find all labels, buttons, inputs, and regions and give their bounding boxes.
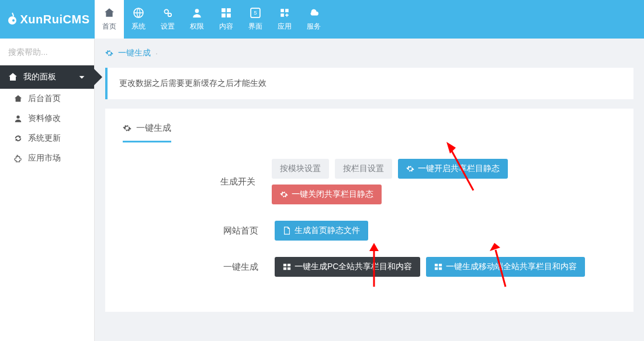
topbar: XunRuiCMS 首页 系统 设置 权限 内容 界面 应用 服务 (0, 0, 644, 39)
sidebar-item-label: 系统更新 (28, 133, 61, 144)
nav-services[interactable]: 服务 (299, 0, 328, 39)
row-site-home: 网站首页 生成首页静态文件 (123, 221, 616, 241)
brand-text: XunRuiCMS (20, 13, 90, 26)
sidebar-item-label: 后台首页 (28, 93, 61, 104)
breadcrumb-sep: · (155, 48, 158, 58)
gear-icon (280, 190, 288, 199)
btn-by-module[interactable]: 按模块设置 (272, 159, 329, 179)
row-one-click: 一键生成 一键生成PC全站共享栏目和内容 一键生成移动端全站共享栏目和内容 (123, 257, 616, 277)
globe-icon (133, 8, 144, 18)
tab-one-click[interactable]: 一键生成 (123, 123, 171, 142)
sidebar-item-label: 资料修改 (28, 113, 61, 124)
nav-label: 应用 (278, 22, 292, 32)
nav-system[interactable]: 系统 (124, 0, 153, 39)
puzzle-icon (14, 154, 22, 162)
btn-generate-pc-all[interactable]: 一键生成PC全站共享栏目和内容 (275, 257, 420, 277)
row-label: 生成开关 (123, 176, 272, 187)
nav-label: 权限 (190, 22, 204, 32)
brand-logo: XunRuiCMS (0, 0, 95, 39)
svg-point-19 (12, 19, 15, 22)
breadcrumb: 一键生成 · (105, 48, 633, 58)
nav-label: 界面 (248, 22, 262, 32)
user-icon (14, 114, 22, 123)
nav-label: 服务 (307, 22, 321, 32)
nav-home[interactable]: 首页 (95, 0, 124, 39)
cogs-icon (162, 8, 173, 18)
sidebar-panel-title: 我的面板 (23, 72, 56, 82)
breadcrumb-title[interactable]: 一键生成 (118, 48, 151, 58)
notice-callout: 更改数据之后需要更新缓存之后才能生效 (105, 68, 633, 99)
gear-icon (123, 124, 131, 133)
svg-marker-25 (490, 243, 500, 251)
nav-interface[interactable]: 界面 (241, 0, 270, 39)
grid-icon (221, 8, 231, 18)
user-icon (192, 8, 202, 18)
home-icon (8, 72, 18, 82)
refresh-icon (14, 134, 22, 142)
row-label: 一键生成 (123, 262, 275, 273)
svg-marker-23 (369, 243, 379, 251)
btn-generate-mobile-all[interactable]: 一键生成移动端全站共享栏目和内容 (426, 257, 585, 277)
sidebar-panel-header[interactable]: 我的面板 (0, 65, 94, 89)
apps-icon (279, 8, 290, 18)
row-generate-switch: 生成开关 按模块设置 按栏目设置 一键开启共享栏目静态 一键关闭共享栏目静态 (123, 159, 616, 204)
nav-settings[interactable]: 设置 (153, 0, 182, 39)
btn-disable-shared-static[interactable]: 一键关闭共享栏目静态 (272, 185, 382, 204)
tab-label: 一键生成 (136, 123, 171, 134)
nav-label: 系统 (131, 22, 146, 32)
main-area: 一键生成 · 更改数据之后需要更新缓存之后才能生效 一键生成 生成开关 按模块设… (95, 39, 644, 341)
sidebar-item-update[interactable]: 系统更新 (0, 128, 94, 148)
notice-text: 更改数据之后需要更新缓存之后才能生效 (119, 78, 266, 88)
row-label: 网站首页 (123, 225, 275, 236)
btn-build-home-static[interactable]: 生成首页静态文件 (275, 221, 368, 241)
windows-icon (283, 263, 291, 271)
windows-icon (434, 263, 442, 271)
gear-icon (105, 49, 113, 57)
chevron-down-icon (78, 73, 86, 81)
btn-enable-shared-static[interactable]: 一键开启共享栏目静态 (398, 159, 508, 179)
sidebar: 我的面板 后台首页 资料修改 系统更新 应用市场 (0, 39, 95, 341)
home-icon (14, 95, 22, 103)
sidebar-item-appmarket[interactable]: 应用市场 (0, 148, 94, 168)
main-card: 一键生成 生成开关 按模块设置 按栏目设置 一键开启共享栏目静态 一键关闭共享栏… (105, 109, 633, 312)
svg-marker-21 (446, 142, 456, 154)
file-icon (283, 227, 291, 235)
sidebar-item-profile[interactable]: 资料修改 (0, 109, 94, 128)
gear-icon (406, 165, 414, 173)
nav-label: 首页 (102, 22, 116, 32)
nav-content[interactable]: 内容 (212, 0, 241, 39)
home-icon (104, 8, 115, 18)
logo-icon (5, 12, 19, 26)
cloud-icon (309, 8, 319, 18)
nav-permissions[interactable]: 权限 (182, 0, 212, 39)
nav-label: 内容 (219, 22, 233, 32)
nav-apps[interactable]: 应用 (270, 0, 299, 39)
html5-icon (250, 8, 261, 18)
sidebar-item-label: 应用市场 (28, 153, 61, 163)
search-row (0, 39, 94, 65)
nav-label: 设置 (161, 22, 175, 32)
btn-by-column[interactable]: 按栏目设置 (335, 159, 392, 179)
sidebar-item-back-home[interactable]: 后台首页 (0, 89, 94, 109)
